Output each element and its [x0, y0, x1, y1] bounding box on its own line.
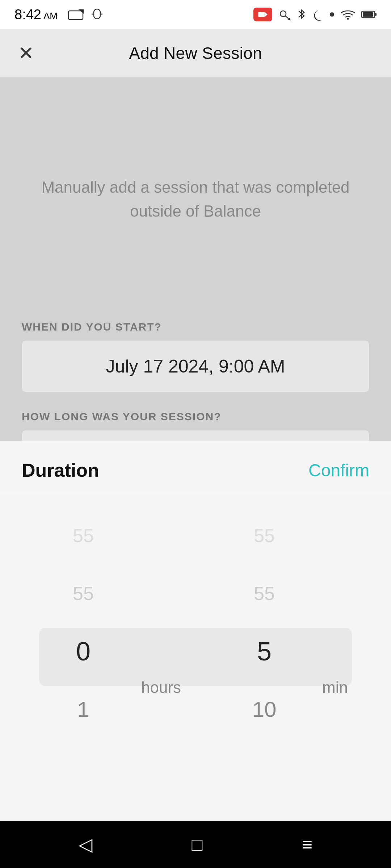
svg-marker-5 [265, 12, 268, 17]
key-icon [278, 8, 291, 21]
hours-column[interactable]: 55 55 0 1 2 [29, 507, 138, 753]
svg-rect-4 [258, 12, 265, 17]
svg-rect-14 [375, 13, 377, 16]
camera-icon [68, 9, 84, 20]
status-right-icons [253, 8, 377, 21]
hour-item-55b: 55 [29, 565, 138, 622]
modal-overlay: ✕ Add New Session Manually add a session… [0, 29, 391, 499]
bluetooth-icon [297, 8, 306, 21]
hours-unit-label: hours [141, 678, 181, 697]
hour-item-1: 1 [29, 680, 138, 738]
recording-icon [253, 8, 272, 21]
moon-icon [312, 8, 324, 21]
picker-area[interactable]: 55 55 0 1 2 hours 55 55 5 10 15 min [0, 492, 391, 821]
wifi-icon [340, 9, 356, 20]
minutes-column[interactable]: 55 55 5 10 15 [210, 507, 319, 753]
min-item-55b: 55 [210, 565, 319, 622]
min-item-10: 10 [210, 680, 319, 738]
duration-picker-header: Duration Confirm [0, 441, 391, 492]
time-text: 8:42 [14, 7, 41, 22]
description-text: Manually add a session that was complete… [29, 175, 362, 223]
hours-unit: hours [138, 659, 203, 716]
minutes-unit: min [319, 659, 362, 716]
status-bar: 8:42 AM [0, 0, 391, 29]
battery-icon [361, 10, 377, 19]
hour-item-0: 0 [29, 622, 138, 680]
status-left-icons [68, 8, 104, 21]
duration-field-label: HOW LONG WAS YOUR SESSION? [22, 410, 369, 423]
nav-bar: ◁ □ ≡ [0, 821, 391, 868]
start-field-label: WHEN DID YOU START? [22, 321, 369, 333]
svg-point-11 [347, 18, 349, 20]
close-button[interactable]: ✕ [18, 42, 34, 64]
gesture-icon [90, 8, 104, 21]
back-button[interactable]: ◁ [79, 834, 92, 855]
page-title: Add New Session [129, 43, 262, 63]
session-description: Manually add a session that was complete… [0, 77, 391, 321]
duration-title: Duration [22, 459, 99, 481]
min-item-5: 5 [210, 622, 319, 680]
svg-rect-0 [68, 11, 83, 20]
min-unit-label: min [322, 678, 348, 697]
svg-rect-13 [363, 12, 373, 17]
min-item-15: 15 [210, 738, 319, 753]
start-date-field[interactable]: July 17 2024, 9:00 AM [22, 340, 369, 392]
home-button[interactable]: □ [192, 834, 202, 855]
status-time: 8:42 AM [14, 7, 58, 22]
svg-point-6 [280, 11, 286, 17]
menu-button[interactable]: ≡ [302, 834, 312, 855]
confirm-button[interactable]: Confirm [308, 460, 369, 480]
min-item-55a: 55 [210, 507, 319, 565]
svg-point-10 [330, 12, 334, 17]
duration-picker-sheet: Duration Confirm 55 55 0 1 2 hours 55 55 [0, 441, 391, 821]
signal-icon [329, 12, 335, 17]
picker-fade-bottom [0, 749, 391, 821]
ampm-text: AM [43, 10, 58, 22]
hour-item-55a: 55 [29, 507, 138, 565]
app-bar: ✕ Add New Session [0, 29, 391, 77]
hour-item-2: 2 [29, 738, 138, 753]
